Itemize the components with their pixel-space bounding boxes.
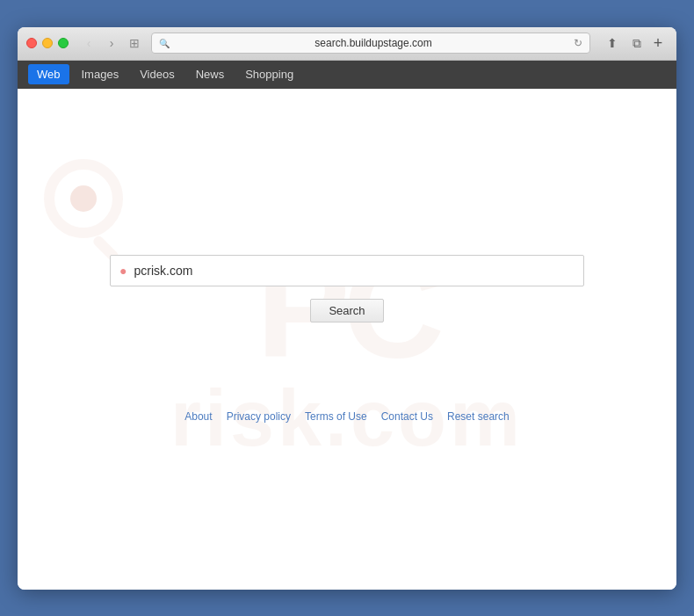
forward-button[interactable]: › — [102, 33, 121, 53]
nav-buttons: ‹ › ⊞ — [79, 33, 144, 53]
nav-bar: Web Images Videos News Shopping — [18, 61, 676, 89]
tab-images[interactable]: Images — [73, 64, 128, 84]
tab-shopping[interactable]: Shopping — [236, 64, 302, 84]
lock-icon: 🔍 — [159, 39, 170, 48]
search-button[interactable]: Search — [310, 299, 383, 322]
reload-icon[interactable]: ↻ — [574, 37, 582, 49]
title-bar-actions: ⬆ ⧉ — [603, 33, 647, 53]
browser-window: ‹ › ⊞ 🔍 search.buildupstage.com ↻ ⬆ ⧉ + … — [18, 27, 676, 590]
tab-web[interactable]: Web — [28, 64, 69, 84]
add-tab-button[interactable]: + — [648, 33, 668, 53]
watermark: PC risk.com — [18, 89, 676, 590]
footer-links: About Privacy policy Terms of Use Contac… — [184, 410, 509, 423]
footer-terms[interactable]: Terms of Use — [305, 410, 367, 423]
sidebar-button[interactable]: ⊞ — [125, 33, 144, 53]
address-bar-container[interactable]: 🔍 search.buildupstage.com ↻ — [151, 33, 590, 54]
footer-contact[interactable]: Contact Us — [381, 410, 433, 423]
title-bar: ‹ › ⊞ 🔍 search.buildupstage.com ↻ ⬆ ⧉ + — [18, 27, 676, 61]
traffic-lights — [26, 38, 69, 48]
footer-reset[interactable]: Reset search — [447, 410, 510, 423]
share-button[interactable]: ⬆ — [603, 33, 622, 53]
tab-news[interactable]: News — [187, 64, 234, 84]
search-input-wrapper: ● — [110, 255, 584, 286]
tab-videos[interactable]: Videos — [131, 64, 184, 84]
duplicate-button[interactable]: ⧉ — [627, 33, 647, 53]
maximize-button[interactable] — [58, 38, 69, 48]
search-input[interactable] — [134, 264, 575, 278]
footer-about[interactable]: About — [184, 410, 212, 423]
page-content: PC risk.com ● Search About Privacy polic… — [18, 89, 676, 590]
watermark-magnifier — [44, 159, 123, 238]
minimize-button[interactable] — [42, 38, 53, 48]
search-input-icon: ● — [119, 264, 127, 278]
close-button[interactable] — [26, 38, 37, 48]
address-bar: search.buildupstage.com — [173, 37, 574, 49]
back-button[interactable]: ‹ — [79, 33, 98, 53]
footer-privacy[interactable]: Privacy policy — [227, 410, 291, 423]
search-form: ● Search — [110, 255, 584, 322]
